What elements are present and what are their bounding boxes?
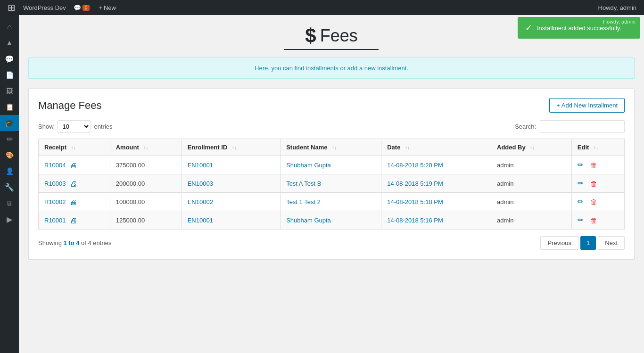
cell-amount-1: 200000.00 [110, 174, 182, 193]
sidebar-item-comments[interactable]: 💬 [0, 51, 19, 67]
sidebar-item-dashboard[interactable]: ⌂ [0, 19, 19, 35]
print-icon-1[interactable]: 🖨 [70, 180, 77, 188]
sidebar-item-tools[interactable]: 🔧 [0, 179, 19, 195]
pagination-area: Showing 1 to 4 of 4 entries Previous 1 N… [38, 236, 625, 250]
comments-count: 0 [83, 5, 90, 11]
sidebar-item-user[interactable]: 👤 [0, 163, 19, 179]
sort-edit-icon[interactable]: ↑↓ [594, 145, 598, 150]
cell-addedby-0: admin [491, 156, 572, 174]
sort-addedby-icon[interactable]: ↑↓ [530, 145, 535, 150]
cell-date-2: 14-08-2018 5:18 PM [381, 193, 491, 211]
sort-enrollment-icon[interactable]: ↑↓ [232, 145, 237, 150]
student-link-3[interactable]: Shubham Gupta [286, 217, 331, 224]
date-link-1[interactable]: 14-08-2018 5:19 PM [387, 180, 443, 187]
enrollment-link-3[interactable]: EN10001 [188, 217, 213, 224]
page-1-button[interactable]: 1 [580, 236, 596, 250]
print-icon-3[interactable]: 🖨 [70, 216, 77, 224]
sidebar-item-media[interactable]: 🖼 [0, 83, 19, 99]
edit-icon-3[interactable]: ✏ [578, 216, 584, 224]
sidebar-item-graduation[interactable]: 🎓 [0, 115, 19, 131]
edit-icon-1[interactable]: ✏ [578, 179, 584, 188]
comments-link[interactable]: 💬 0 [70, 0, 94, 15]
delete-icon-1[interactable]: 🗑 [590, 180, 597, 188]
show-entries-control: Show 10 25 50 100 entries [38, 120, 113, 133]
info-banner: Here, you can find installments or add a… [28, 57, 635, 79]
comment-bubble-icon: 💬 [74, 4, 81, 11]
sort-date-icon[interactable]: ↑↓ [405, 145, 410, 150]
cell-student-1: Test A Test B [281, 174, 381, 193]
col-date: Date ↑↓ [381, 139, 491, 156]
site-name-link[interactable]: WordPress Dev [19, 0, 70, 15]
enrollment-link-1[interactable]: EN10003 [188, 180, 213, 187]
student-link-0[interactable]: Shubham Gupta [286, 162, 331, 169]
new-content-link[interactable]: + New [93, 0, 120, 15]
date-link-2[interactable]: 14-08-2018 5:18 PM [387, 198, 443, 205]
sidebar-item-play[interactable]: ▶ [0, 211, 19, 227]
showing-range: 1 to 4 [63, 239, 79, 246]
check-icon: ✓ [525, 23, 532, 33]
site-name: WordPress Dev [23, 4, 66, 11]
search-input[interactable] [540, 120, 625, 133]
print-icon-2[interactable]: 🖨 [70, 198, 77, 206]
sidebar-item-posts[interactable]: 📄 [0, 67, 19, 83]
sort-amount-icon[interactable]: ↑↓ [143, 145, 148, 150]
show-label: Show [38, 123, 54, 130]
add-installment-button[interactable]: + Add New Installment [549, 98, 625, 113]
print-icon-0[interactable]: 🖨 [70, 161, 77, 169]
delete-icon-2[interactable]: 🗑 [590, 198, 597, 206]
cell-amount-2: 100000.00 [110, 193, 182, 211]
showing-prefix: Showing [38, 239, 63, 246]
edit-icon-2[interactable]: ✏ [578, 197, 584, 206]
cell-receipt-0: R10004 🖨 [39, 156, 110, 174]
table-header-row: Receipt ↑↓ Amount ↑↓ Enrollment ID ↑↓ St… [39, 139, 625, 156]
receipt-link-0[interactable]: R10004 [44, 162, 66, 169]
sidebar-item-pages[interactable]: 📋 [0, 99, 19, 115]
delete-icon-3[interactable]: 🗑 [590, 216, 597, 224]
page-title: Fees [320, 26, 358, 46]
receipt-link-1[interactable]: R10003 [44, 180, 66, 187]
sidebar-item-paint[interactable]: 🎨 [0, 147, 19, 163]
admin-bar: ⊞ WordPress Dev 💬 0 + New Howdy, admin [0, 0, 644, 15]
card-heading: Manage Fees [38, 99, 102, 112]
sort-receipt-icon[interactable]: ↑↓ [71, 145, 76, 150]
cell-date-0: 14-08-2018 5:20 PM [381, 156, 491, 174]
showing-suffix: of 4 entries [81, 239, 111, 246]
cell-edit-3: ✏ 🗑 [571, 211, 624, 230]
cell-enrollment-1: EN10003 [182, 174, 280, 193]
cell-date-1: 14-08-2018 5:19 PM [381, 174, 491, 193]
cell-receipt-2: R10002 🖨 [39, 193, 110, 211]
sort-student-icon[interactable]: ↑↓ [332, 145, 337, 150]
success-toast: Howdy, admin ✓ Installment added success… [518, 17, 640, 39]
entries-select[interactable]: 10 25 50 100 [58, 120, 91, 133]
student-link-2[interactable]: Test 1 Test 2 [286, 198, 321, 205]
edit-icon-0[interactable]: ✏ [578, 161, 584, 169]
wp-logo-link[interactable]: ⊞ [4, 0, 19, 15]
date-link-3[interactable]: 14-08-2018 5:16 PM [387, 217, 443, 224]
cell-student-2: Test 1 Test 2 [281, 193, 381, 211]
entries-label: entries [94, 123, 113, 130]
cell-enrollment-0: EN10001 [182, 156, 280, 174]
enrollment-link-0[interactable]: EN10001 [188, 162, 213, 169]
info-banner-text: Here, you can find installments or add a… [255, 65, 408, 72]
student-link-1[interactable]: Test A Test B [286, 180, 321, 187]
search-box: Search: [515, 120, 625, 133]
receipt-link-2[interactable]: R10002 [44, 198, 66, 205]
cell-enrollment-3: EN10001 [182, 211, 280, 230]
delete-icon-0[interactable]: 🗑 [590, 161, 597, 169]
col-amount: Amount ↑↓ [110, 139, 182, 156]
cell-date-3: 14-08-2018 5:16 PM [381, 211, 491, 230]
col-student: Student Name ↑↓ [281, 139, 381, 156]
sidebar-item-monitor[interactable]: 🖥 [0, 195, 19, 211]
plus-icon: + [99, 4, 102, 11]
table-row: R10004 🖨 375000.00 EN10001 Shubham Gupta… [39, 156, 625, 174]
next-button[interactable]: Next [598, 236, 625, 250]
toast-message: Installment added successfully. [537, 25, 621, 32]
sidebar-item-pencil[interactable]: ✏ [0, 131, 19, 147]
dollar-icon: $ [305, 25, 316, 47]
enrollment-link-2[interactable]: EN10002 [188, 198, 213, 205]
sidebar: ⌂ ▲ 💬 📄 🖼 📋 🎓 ✏ 🎨 👤 🔧 🖥 ▶ [0, 15, 19, 353]
date-link-0[interactable]: 14-08-2018 5:20 PM [387, 162, 443, 169]
sidebar-item-activity[interactable]: ▲ [0, 35, 19, 51]
receipt-link-3[interactable]: R10001 [44, 217, 66, 224]
previous-button[interactable]: Previous [540, 236, 578, 250]
